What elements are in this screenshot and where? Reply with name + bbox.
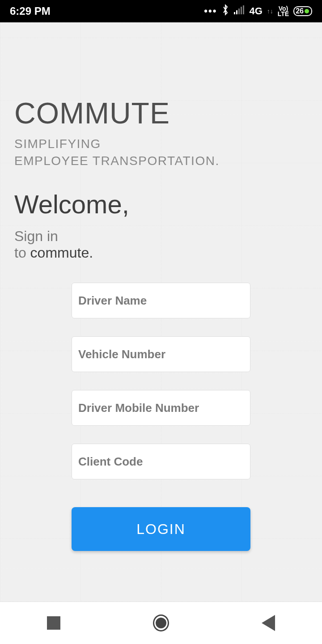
status-bar: 6:29 PM ••• 4G ↑↓ Vo) LTE 26 [0,0,322,22]
login-screen: COMMUTE SIMPLIFYING EMPLOYEE TRANSPORTAT… [0,22,322,602]
svg-rect-4 [243,5,244,14]
data-arrows-icon: ↑↓ [267,8,273,15]
client-code-field[interactable] [72,444,250,479]
circle-icon [153,614,169,631]
brand-block: COMMUTE SIMPLIFYING EMPLOYEE TRANSPORTAT… [14,22,308,169]
android-nav-bar [0,602,322,644]
brand-subtitle-line2: EMPLOYEE TRANSPORTATION. [14,153,308,169]
volte-icon: Vo) LTE [278,6,289,17]
svg-rect-2 [238,8,240,14]
more-dots-icon: ••• [204,5,217,17]
network-label: 4G [249,5,262,17]
svg-rect-0 [234,12,235,14]
signin-text-line1: Sign in [14,228,308,245]
svg-rect-1 [236,10,237,14]
welcome-block: Welcome, Sign in to commute. [14,189,308,261]
triangle-back-icon [262,615,275,631]
brand-title: COMMUTE [14,96,308,130]
recents-button[interactable] [46,615,62,631]
welcome-title: Welcome, [14,189,308,219]
vehicle-number-field[interactable] [72,336,250,372]
signal-icon [234,5,245,17]
svg-rect-3 [241,7,242,14]
driver-mobile-field[interactable] [72,390,250,426]
login-button[interactable]: LOGIN [72,507,250,551]
signin-app-name: commute. [30,245,93,261]
square-icon [47,616,60,630]
status-right-cluster: ••• 4G ↑↓ Vo) LTE 26 [204,4,312,18]
login-form: LOGIN [14,283,308,551]
home-button[interactable] [153,615,169,631]
brand-subtitle-line1: SIMPLIFYING [14,136,308,153]
bluetooth-icon [221,4,229,18]
driver-name-field[interactable] [72,283,250,318]
status-time: 6:29 PM [10,5,51,17]
signin-prefix: to [14,245,30,261]
signin-text-line2: to commute. [14,245,308,261]
battery-indicator: 26 [293,6,312,16]
back-button[interactable] [260,615,276,631]
